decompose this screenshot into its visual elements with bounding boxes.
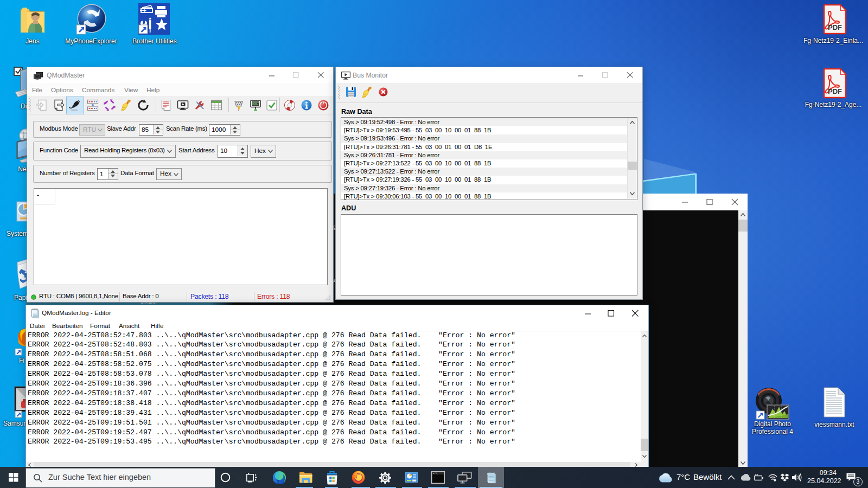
- svg-text:C:\_: C:\_: [433, 472, 439, 474]
- svg-text:PDF: PDF: [828, 23, 842, 31]
- svg-text:PDF: PDF: [828, 87, 842, 95]
